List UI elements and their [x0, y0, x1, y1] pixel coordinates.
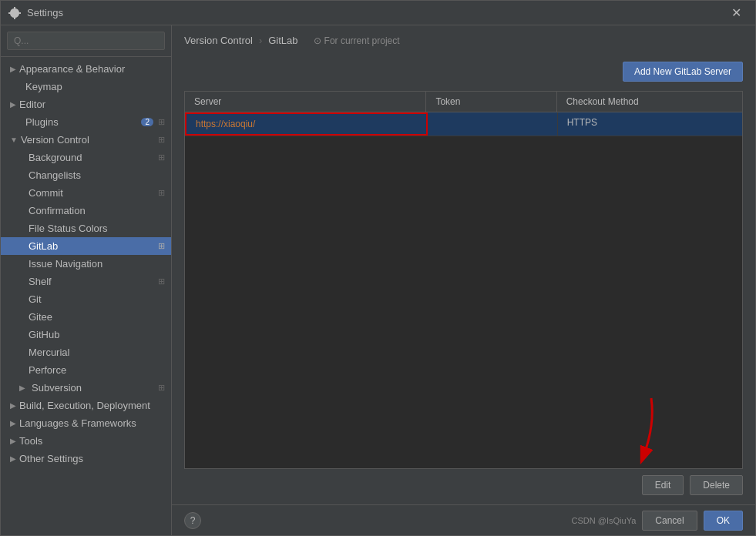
sidebar: ▶ Appearance & Behavior Keymap ▶ Editor … [1, 25, 172, 535]
sidebar-item-github[interactable]: GitHub [1, 326, 171, 343]
sidebar-item-label: Other Settings [19, 453, 165, 464]
sidebar-item-label: Commit [29, 187, 155, 199]
panel-content: Add New GitLab Server Server Token Check… [172, 55, 755, 504]
sidebar-item-label: Keymap [25, 81, 165, 92]
sidebar-item-label: Build, Execution, Deployment [19, 400, 165, 411]
plugins-badge: 2 [141, 118, 153, 126]
main-panel: Version Control › GitLab ⊙ For current p… [172, 25, 755, 504]
sidebar-item-tools[interactable]: ▶ Tools [1, 432, 171, 450]
sidebar-item-label: Editor [19, 99, 165, 110]
gitlab-servers-table: Server Token Checkout Method https://xia… [184, 91, 743, 469]
footer-right: CSDN @IsQiuYa Cancel OK [572, 511, 743, 531]
breadcrumb: Version Control › GitLab ⊙ For current p… [172, 25, 755, 55]
header-checkout: Checkout Method [557, 92, 742, 112]
project-note: ⊙ For current project [314, 35, 400, 46]
expand-arrow: ▶ [10, 437, 16, 445]
breadcrumb-part2: GitLab [268, 35, 297, 46]
sidebar-item-label: Background [29, 152, 155, 163]
sidebar-item-version-control[interactable]: ▼ Version Control ⊞ [1, 131, 171, 149]
sidebar-item-git[interactable]: Git [1, 290, 171, 308]
sidebar-item-editor[interactable]: ▶ Editor [1, 95, 171, 113]
sidebar-item-label: Languages & Frameworks [19, 417, 165, 429]
cell-token [428, 112, 558, 136]
edit-button[interactable]: Edit [642, 475, 684, 495]
table-body: https://xiaoqiu/ HTTPS [185, 112, 742, 468]
sidebar-item-label: Perforce [29, 364, 165, 376]
content-area: ▶ Appearance & Behavior Keymap ▶ Editor … [1, 25, 755, 535]
sidebar-item-subversion[interactable]: ▶ Subversion ⊞ [1, 379, 171, 397]
watermark-text: CSDN @IsQiuYa [572, 516, 637, 525]
sidebar-item-gitlab[interactable]: GitLab ⊞ [1, 237, 171, 255]
delete-button[interactable]: Delete [690, 475, 743, 495]
bg-icon: ⊞ [158, 152, 165, 162]
sidebar-item-label: Shelf [29, 276, 155, 287]
header-server: Server [185, 92, 426, 112]
table-row[interactable]: https://xiaoqiu/ HTTPS [185, 112, 742, 136]
gitlab-icon: ⊞ [158, 241, 165, 251]
sidebar-item-confirmation[interactable]: Confirmation [1, 202, 171, 219]
table-header: Server Token Checkout Method [185, 92, 742, 112]
title-bar: Settings ✕ [1, 1, 755, 25]
sidebar-item-file-status[interactable]: File Status Colors [1, 219, 171, 237]
sidebar-tree: ▶ Appearance & Behavior Keymap ▶ Editor … [1, 57, 171, 535]
sidebar-item-plugins[interactable]: Plugins 2 ⊞ [1, 113, 171, 131]
sidebar-item-background[interactable]: Background ⊞ [1, 149, 171, 166]
plugins-icon: ⊞ [158, 117, 165, 127]
sidebar-item-build[interactable]: ▶ Build, Execution, Deployment [1, 397, 171, 414]
sidebar-item-languages[interactable]: ▶ Languages & Frameworks [1, 414, 171, 432]
cell-checkout: HTTPS [558, 112, 742, 136]
sidebar-item-label: Version Control [21, 134, 155, 146]
header-token: Token [426, 92, 556, 112]
footer-bar: ? CSDN @IsQiuYa Cancel OK [172, 504, 755, 535]
sidebar-item-label: File Status Colors [29, 223, 165, 234]
cell-server: https://xiaoqiu/ [185, 112, 428, 136]
window-title: Settings [27, 7, 725, 18]
sidebar-item-commit[interactable]: Commit ⊞ [1, 184, 171, 202]
table-actions: Edit Delete [184, 475, 743, 498]
shelf-icon: ⊞ [158, 276, 165, 286]
breadcrumb-sep: › [259, 35, 262, 46]
expand-arrow: ▶ [10, 454, 16, 463]
project-note-icon: ⊙ [314, 35, 321, 46]
sidebar-item-other[interactable]: ▶ Other Settings [1, 450, 171, 467]
sidebar-item-gitee[interactable]: Gitee [1, 308, 171, 326]
ok-button[interactable]: OK [704, 511, 743, 531]
sidebar-item-keymap[interactable]: Keymap [1, 78, 171, 95]
commit-icon: ⊞ [158, 188, 165, 198]
main-wrapper: Version Control › GitLab ⊙ For current p… [172, 25, 755, 535]
sidebar-item-label: GitLab [29, 240, 155, 252]
sidebar-item-issue-nav[interactable]: Issue Navigation [1, 255, 171, 273]
expand-arrow: ▶ [10, 65, 16, 73]
sidebar-item-perforce[interactable]: Perforce [1, 361, 171, 379]
sidebar-item-mercurial[interactable]: Mercurial [1, 343, 171, 361]
add-server-button[interactable]: Add New GitLab Server [623, 62, 743, 82]
expand-arrow: ▶ [10, 100, 16, 109]
settings-window: Settings ✕ ▶ Appearance & Behavior Keyma… [0, 0, 756, 536]
expand-arrow: ▼ [10, 136, 18, 144]
sidebar-item-label: Issue Navigation [29, 258, 165, 270]
search-input[interactable] [7, 32, 165, 50]
footer-left: ? [184, 512, 201, 529]
search-box [1, 25, 171, 57]
svn-icon: ⊞ [158, 383, 165, 393]
close-button[interactable]: ✕ [725, 4, 748, 22]
expand-arrow: ▶ [10, 401, 16, 410]
sidebar-item-label: Mercurial [29, 347, 165, 358]
sidebar-item-label: Appearance & Behavior [19, 63, 165, 75]
sidebar-item-label: Tools [19, 435, 165, 447]
sidebar-item-appearance[interactable]: ▶ Appearance & Behavior [1, 60, 171, 78]
settings-icon [8, 7, 21, 19]
sidebar-item-label: Confirmation [29, 205, 165, 216]
sidebar-item-changelists[interactable]: Changelists [1, 166, 171, 184]
sidebar-item-shelf[interactable]: Shelf ⊞ [1, 273, 171, 290]
expand-arrow: ▶ [10, 419, 16, 427]
top-actions: Add New GitLab Server [184, 62, 743, 82]
sidebar-item-label: Plugins [25, 116, 136, 128]
help-button[interactable]: ? [184, 512, 201, 529]
cancel-button[interactable]: Cancel [642, 511, 697, 531]
breadcrumb-part1: Version Control [184, 35, 253, 46]
vc-icon: ⊞ [158, 135, 165, 145]
expand-arrow: ▶ [19, 384, 25, 392]
sidebar-item-label: Gitee [29, 311, 165, 323]
sidebar-item-label: Changelists [29, 169, 165, 181]
